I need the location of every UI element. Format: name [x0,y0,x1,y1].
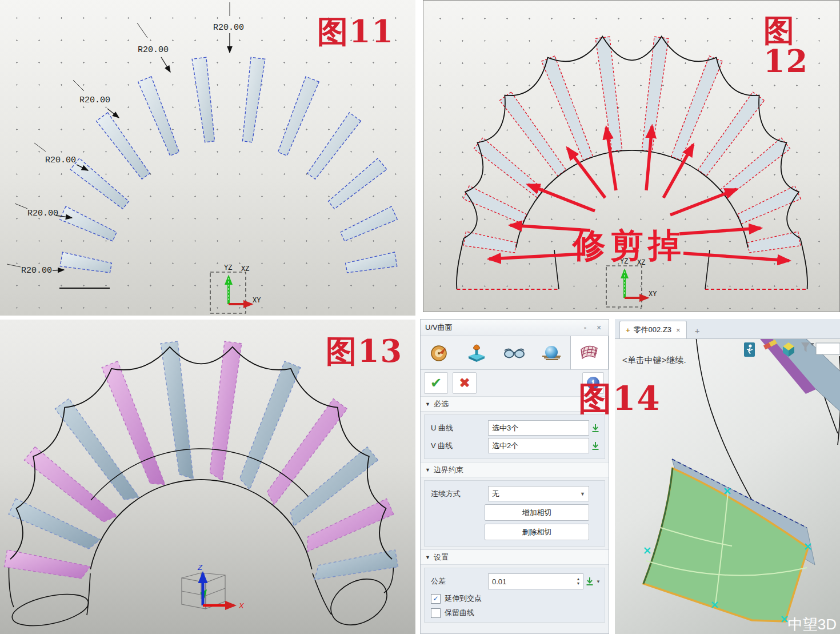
keep-curves-label: 保留曲线 [445,608,474,618]
minimize-icon[interactable]: ▫ [580,323,590,332]
svg-text:R20.00: R20.00 [45,155,76,165]
tab-dial-icon[interactable] [421,336,458,369]
plus-icon: + [695,326,700,336]
section-boundary-title: 边界约束 [434,465,463,475]
panel-titlebar: U/V曲面 ▫ ✕ [421,320,609,336]
cross-icon: ✖ [459,375,470,391]
figure-label: 图13 [326,336,403,366]
section-settings-title: 设置 [434,552,449,563]
tab-part-002[interactable]: + 零件002.Z3 × [619,321,687,338]
v-curves-pick-icon[interactable] [589,441,602,450]
plus-icon: + [626,326,630,334]
fig12-arch-drawing: YZ XZ XY [457,37,807,307]
svg-text:XZ: XZ [241,265,249,273]
u-curves-row: U 曲线 选中3个 [427,420,602,436]
section-boundary-body: 连续方式 无 ▼ 增加相切 删除相切 [424,480,605,547]
section-required-body: U 曲线 选中3个 V 曲线 选中2个 [424,414,605,459]
tab-glasses-icon[interactable] [495,336,533,369]
svg-text:X: X [238,601,245,610]
tolerance-pick-icon[interactable] [583,577,596,586]
collapse-arrow-icon: ▼ [425,555,430,560]
document-area: + 零件002.Z3 × + [615,319,840,634]
section-boundary-header[interactable]: ▼ 边界约束 [421,462,609,477]
panel-title: U/V曲面 [425,322,577,333]
svg-text:XY: XY [649,290,657,298]
u-curves-input[interactable]: 选中3个 [488,420,589,436]
tab-uv-mesh-icon[interactable] [570,336,609,369]
svg-text:XY: XY [253,297,261,305]
continuity-value: 无 [492,489,499,499]
svg-text:Z: Z [197,563,203,572]
collapse-arrow-icon: ▼ [425,401,430,407]
close-icon[interactable]: ✕ [594,323,604,332]
v-curves-label: V 曲线 [427,441,488,451]
figure-11-sketch-view: YZ XZ XY R20.00 R20.00 R20.00 [0,0,415,316]
chevron-down-icon[interactable]: ▼ [596,579,601,584]
collapse-arrow-icon: ▼ [425,467,430,473]
v-curves-row: V 曲线 选中2个 [427,438,602,453]
glasses-icon [503,342,525,363]
u-curves-pick-icon[interactable] [589,424,602,433]
fig13-ribbon-arch: Z X [4,341,398,634]
status-prompt: <单击中键>继续. [622,355,686,366]
remove-tangent-button[interactable]: 删除相切 [485,524,589,540]
tolerance-row: 公差 0.01 ▲▼ ▼ [427,573,602,589]
continuity-row: 连续方式 无 ▼ [427,486,602,501]
figure-14-app-window: U/V曲面 ▫ ✕ [420,319,840,634]
svg-text:R20.00: R20.00 [21,266,52,276]
section-settings-body: 公差 0.01 ▲▼ ▼ ✓ 延伸到交点 [424,568,605,623]
checkbox-icon[interactable]: ✓ [431,608,441,618]
extend-to-intersection-label: 延伸到交点 [445,593,482,604]
svg-text:R20.00: R20.00 [138,45,169,55]
figure-label: 图11 [317,16,394,47]
continuity-label: 连续方式 [427,489,488,499]
uv-mesh-icon [578,342,601,363]
document-tabbar: + 零件002.Z3 × + [615,319,840,339]
extend-to-intersection-row[interactable]: ✓ 延伸到交点 [431,593,602,604]
sphere-icon [541,342,562,363]
stepper-arrows-icon[interactable]: ▲▼ [574,577,583,586]
svg-text:YZ: YZ [224,264,232,272]
panel-icon-tabs [421,336,609,370]
section-settings-header[interactable]: ▼ 设置 [421,549,609,565]
figure-13-shaded-view: Z X 图13 [0,320,415,634]
tab-title: 零件002.Z3 [634,325,671,335]
cancel-button[interactable]: ✖ [453,372,477,394]
tab-stamp-icon[interactable] [458,336,495,369]
tolerance-value: 0.01 [492,577,574,586]
uv-surface-panel: U/V曲面 ▫ ✕ [420,319,609,634]
tolerance-stepper[interactable]: 0.01 ▲▼ [488,573,583,589]
ok-button[interactable]: ✔ [424,372,448,394]
check-icon: ✔ [430,375,442,391]
svg-text:R20.00: R20.00 [27,209,58,218]
dial-icon [429,342,450,363]
viewport-geometry [643,339,840,622]
tab-sphere-icon[interactable] [533,336,570,369]
tolerance-label: 公差 [427,576,488,587]
close-tab-icon[interactable]: × [676,326,681,334]
svg-text:R20.00: R20.00 [213,23,244,33]
figure-12-trim-view: YZ XZ XY 修剪掉 图12 [423,0,840,312]
figure-label: 图14 [578,382,661,415]
screenshot-stage: YZ XZ XY R20.00 R20.00 R20.00 [0,0,840,634]
u-curves-label: U 曲线 [427,423,488,433]
watermark: 中望3D [788,616,837,633]
keep-curves-row[interactable]: ✓ 保留曲线 [431,608,602,618]
section-required-title: 必选 [434,399,449,409]
figure-label: 图12 [763,15,839,77]
continuity-dropdown[interactable]: 无 ▼ [488,486,589,501]
add-tangent-button[interactable]: 增加相切 [485,504,589,521]
stamp-icon [466,342,487,363]
chevron-down-icon: ▼ [580,491,585,497]
svg-text:R20.00: R20.00 [79,95,110,105]
checkbox-icon[interactable]: ✓ [431,594,441,604]
trim-annotation: 修剪掉 [571,226,686,265]
v-curves-input[interactable]: 选中2个 [488,438,589,453]
new-tab-button[interactable]: + [687,322,708,338]
